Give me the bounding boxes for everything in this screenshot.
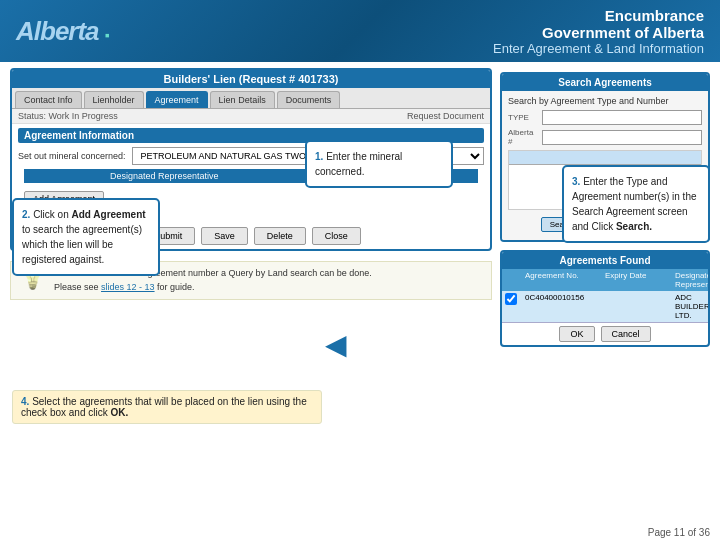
request-panel-title: Builders' Lien (Request # 401733) (12, 70, 490, 88)
left-panel: Builders' Lien (Request # 401733) Contac… (10, 68, 492, 534)
callout-4-num: 4. (21, 396, 29, 407)
status-bar: Status: Work In Progress Request Documen… (12, 109, 490, 124)
search-subtitle: Search by Agreement Type and Number (508, 96, 702, 106)
callout-3: 3. Enter the Type and Agreement number(s… (562, 165, 710, 243)
search-result-highlighted (509, 151, 701, 165)
found-row-check[interactable] (505, 293, 525, 320)
right-panel: Search Agreements Search by Agreement Ty… (500, 68, 710, 534)
header: Alberta ▪ Encumbrance Government of Albe… (0, 0, 720, 62)
search-number-row: Alberta # 0400010156 (508, 128, 702, 146)
tab-lienholder[interactable]: Lienholder (84, 91, 144, 108)
tab-documents[interactable]: Documents (277, 91, 341, 108)
hint-text3: for guide. (155, 282, 195, 292)
save-button[interactable]: Save (201, 227, 248, 245)
mineral-label: Set out mineral concerned: (18, 151, 126, 161)
callout-4: 4. Select the agreements that will be pl… (12, 390, 322, 424)
found-col-rep: Designated Representative (675, 271, 710, 289)
callout-2-num: 2. (22, 209, 30, 220)
callout-3-bold: Search. (616, 221, 652, 232)
tab-agreement[interactable]: Agreement (146, 91, 208, 108)
tab-contact-info[interactable]: Contact Info (15, 91, 82, 108)
callout-2: 2. Click on Add Agreement to search the … (12, 198, 160, 276)
search-number-label: Alberta # (508, 128, 538, 146)
title-line2: Government of Alberta (493, 24, 704, 41)
main-content: Builders' Lien (Request # 401733) Contac… (0, 62, 720, 540)
status-label: Status: Work In Progress (18, 111, 118, 121)
col-check (28, 171, 108, 181)
hint-link[interactable]: slides 12 - 13 (101, 282, 155, 292)
found-row-expiry (605, 293, 675, 320)
found-action-buttons: OK Cancel (502, 323, 708, 345)
hint-text2: Please see (54, 282, 101, 292)
page-footer: Page 11 of 36 (648, 527, 710, 538)
header-titles: Encumbrance Government of Alberta Enter … (493, 7, 704, 56)
callout-1-text: Enter the mineral concerned. (315, 151, 402, 177)
nav-tabs: Contact Info Lienholder Agreement Lien D… (12, 88, 490, 109)
callout-4-text: Select the agreements that will be place… (21, 396, 307, 418)
found-table-header: Agreement No. Expiry Date Designated Rep… (502, 269, 708, 291)
callout-1: 1. Enter the mineral concerned. (305, 140, 453, 188)
callout-2-text2: to search the agreement(s) which the lie… (22, 224, 142, 265)
title-sub: Enter Agreement & Land Information (493, 41, 704, 56)
found-table-row: 0C40400010156 ADC BUILDER LTD. (502, 291, 708, 323)
found-cancel-button[interactable]: Cancel (601, 326, 651, 342)
callout-1-num: 1. (315, 151, 323, 162)
tab-lien-details[interactable]: Lien Details (210, 91, 275, 108)
page-number: Page 11 of 36 (648, 527, 710, 538)
callout-4-bold: OK. (111, 407, 129, 418)
callout-2-text: Click on (33, 209, 71, 220)
col-rep: Designated Representative (108, 171, 314, 181)
search-type-row: TYPE (508, 110, 702, 125)
request-doc-label: Request Document (407, 111, 484, 121)
title-main: Encumbrance (493, 7, 704, 24)
logo: Alberta ▪ (16, 16, 109, 47)
search-number-input[interactable]: 0400010156 (542, 130, 702, 145)
delete-button[interactable]: Delete (254, 227, 306, 245)
arrow-right: ◀ (325, 328, 347, 361)
callout-3-num: 3. (572, 176, 580, 187)
close-button[interactable]: Close (312, 227, 361, 245)
search-panel-title: Search Agreements (502, 74, 708, 91)
search-type-input[interactable] (542, 110, 702, 125)
found-col-check (505, 271, 525, 289)
found-col-expiry: Expiry Date (605, 271, 675, 289)
found-row-rep: ADC BUILDER LTD. (675, 293, 710, 320)
search-type-label: TYPE (508, 113, 538, 122)
logo-text: Alberta ▪ (16, 16, 109, 46)
found-col-agreement: Agreement No. (525, 271, 605, 289)
callout-2-bold: Add Agreement (71, 209, 145, 220)
found-ok-button[interactable]: OK (559, 326, 594, 342)
found-panel-title: Agreements Found (502, 252, 708, 269)
found-panel: Agreements Found Agreement No. Expiry Da… (500, 250, 710, 347)
found-row-agreement: 0C40400010156 (525, 293, 605, 320)
